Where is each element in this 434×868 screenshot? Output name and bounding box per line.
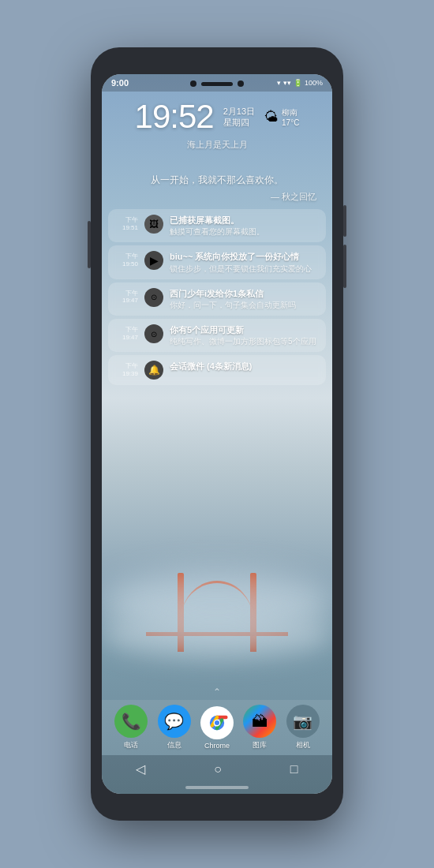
phone-label: 电话 [124, 740, 138, 750]
front-camera-left [190, 80, 196, 87]
swipe-hint: ⌃ [102, 684, 332, 700]
quote-author: — 秋之回忆 [118, 191, 316, 203]
quote-area: 从一开始，我就不那么喜欢你。 — 秋之回忆 [102, 157, 332, 203]
notif-body-3: 你有5个应用可更新 纯纯写作、微博一加方形图标包等5个应用 [170, 324, 320, 346]
notif-body-1: biu~~ 系统向你投放了一份好心情 锁住步步，但是不要锁住我们充实爱的心 [170, 251, 320, 273]
app-camera[interactable]: 📷 相机 [286, 705, 320, 750]
notif-item-0[interactable]: 下午19:51 🖼 已捕获屏幕截图。 触摸可查看您的屏幕截图。 [108, 209, 326, 242]
app-messages[interactable]: 💬 信息 [158, 705, 191, 750]
clock-time: 19:52 [135, 98, 214, 136]
app-dock: 📞 电话 💬 信息 [102, 700, 332, 755]
weather-info: 🌤 柳南 17°C [264, 107, 299, 127]
phone-frame: 9:00 ▾ ▾▾ 🔋 100% 19:52 2月13日 星期四 [91, 47, 343, 821]
notif-body-2: 西门少年i发给你1条私信 你好，问一下，句子集会自动更新吗 [170, 288, 320, 310]
app-photos[interactable]: 🏔 图库 [243, 705, 276, 750]
notif-icon-4: 🔔 [144, 361, 163, 380]
messages-label: 信息 [167, 740, 181, 750]
svg-point-2 [215, 720, 219, 724]
clock-date: 2月13日 星期四 [223, 106, 255, 129]
vol-up-button[interactable] [343, 205, 346, 237]
speaker [201, 82, 233, 86]
app-phone[interactable]: 📞 电话 [114, 705, 148, 750]
nav-recents[interactable]: □ [290, 762, 298, 776]
notif-item-2[interactable]: 下午19:47 ⊙ 西门少年i发给你1条私信 你好，问一下，句子集会自动更新吗 [108, 282, 326, 316]
screen-content: 9:00 ▾ ▾▾ 🔋 100% 19:52 2月13日 星期四 [102, 74, 332, 794]
notif-body-0: 已捕获屏幕截图。 触摸可查看您的屏幕截图。 [170, 215, 320, 237]
notif-item-3[interactable]: 下午19:47 ⊙ 你有5个应用可更新 纯纯写作、微博一加方形图标包等5个应用 [108, 319, 326, 352]
notif-time-0: 下午19:51 [114, 215, 138, 231]
notif-item-1[interactable]: 下午19:50 ▶ biu~~ 系统向你投放了一份好心情 锁住步步，但是不要锁住… [108, 245, 326, 279]
camera-label: 相机 [296, 740, 310, 750]
notif-item-4[interactable]: 下午19:39 🔔 会话微件 (4条新消息) [108, 355, 326, 385]
nav-back[interactable]: ◁ [136, 761, 145, 776]
bottom-pill-area [102, 783, 332, 794]
quote-text: 从一开始，我就不那么喜欢你。 [118, 173, 316, 188]
weather-icon: 🌤 [264, 109, 279, 125]
signal-icon: ▾▾ [283, 79, 291, 87]
clock-right: 2月13日 星期四 [223, 106, 255, 129]
clock-subtitle: 海上月是天上月 [187, 139, 248, 151]
clock-row: 19:52 2月13日 星期四 🌤 柳南 17°C [135, 98, 300, 136]
front-camera-right [238, 80, 244, 87]
photos-icon[interactable]: 🏔 [243, 705, 276, 738]
battery-icon: 🔋 [294, 79, 302, 87]
notif-icon-2: ⊙ [144, 288, 163, 307]
nav-bar: ◁ ○ □ [102, 755, 332, 783]
notif-time-4: 下午19:39 [114, 361, 138, 377]
notif-time-1: 下午19:50 [114, 251, 138, 268]
nav-home[interactable]: ○ [214, 762, 222, 776]
phone-icon[interactable]: 📞 [114, 705, 148, 738]
battery-percent: 100% [305, 79, 323, 87]
notif-time-3: 下午19:47 [114, 324, 138, 341]
notch-area [190, 80, 244, 87]
weather-text: 柳南 17°C [282, 107, 299, 127]
chrome-label: Chrome [204, 742, 230, 750]
photos-label: 图库 [253, 740, 267, 750]
phone-screen: 9:00 ▾ ▾▾ 🔋 100% 19:52 2月13日 星期四 [102, 74, 332, 794]
swipe-up-arrow: ⌃ [213, 687, 221, 698]
camera-icon[interactable]: 📷 [286, 705, 320, 738]
notif-body-4: 会话微件 (4条新消息) [170, 361, 320, 372]
notifications-list: 下午19:51 🖼 已捕获屏幕截图。 触摸可查看您的屏幕截图。 下午19:50 … [102, 203, 332, 684]
power-button[interactable] [88, 221, 91, 268]
status-icons: ▾ ▾▾ 🔋 100% [277, 79, 323, 87]
notif-time-2: 下午19:47 [114, 288, 138, 305]
wifi-icon: ▾ [277, 79, 281, 87]
notif-icon-1: ▶ [144, 251, 163, 270]
messages-icon[interactable]: 💬 [158, 705, 191, 738]
status-time: 9:00 [111, 78, 129, 88]
bottom-pill [185, 786, 249, 789]
vol-down-button[interactable] [343, 245, 346, 288]
chrome-icon[interactable] [200, 706, 234, 739]
notif-icon-3: ⊙ [144, 324, 163, 343]
app-chrome[interactable]: Chrome [200, 706, 234, 750]
notif-icon-0: 🖼 [144, 215, 163, 234]
